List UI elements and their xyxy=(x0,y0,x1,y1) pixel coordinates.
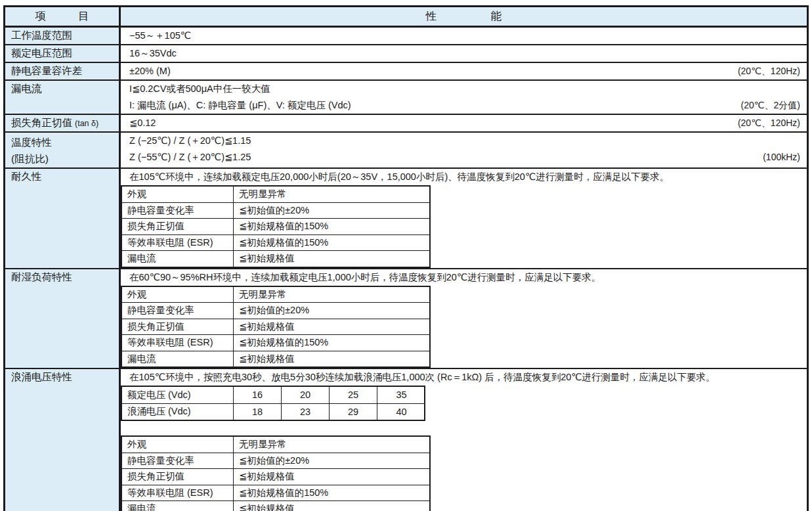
row-endurance-label: 耐久性 xyxy=(5,169,121,268)
item-label: 工作温度范围 xyxy=(11,29,72,43)
header-item-label: 项 目 xyxy=(35,9,89,24)
criteria-row: 等效串联电阻 (ESR) ≦初始规格值的150% xyxy=(122,234,429,251)
criteria-row: 损失角正切值 ≦初始规格值 xyxy=(122,468,429,485)
criteria-value: 无明显异常 xyxy=(234,287,429,303)
criteria-name: 静电容量变化率 xyxy=(122,303,234,319)
criteria-name: 等效串联电阻 (ESR) xyxy=(122,485,234,501)
row-endurance: 耐久性 在105℃环境中，连续加载额定电压20,000小时后(20～35V，15… xyxy=(5,167,807,268)
surge-voltage-row: 浪涌电压 (Vdc) 18 23 29 40 xyxy=(122,403,424,420)
criteria-name: 静电容量变化率 xyxy=(122,453,234,469)
perf-value: Z (−25℃) / Z (＋20℃)≦1.15 xyxy=(129,133,251,149)
row-leakage-current: 漏电流 I≦0.2CV或者500μA中任一较大值 I: 漏电流 (μA)、C: … xyxy=(5,79,807,114)
voltage-cell: 35 xyxy=(377,387,425,403)
voltage-cell: 16 xyxy=(234,387,282,403)
voltage-cell: 23 xyxy=(282,404,330,420)
perf-value: I≦0.2CV或者500μA中任一较大值 xyxy=(129,81,270,97)
row-surge-voltage-label: 浪涌电压特性 xyxy=(5,369,121,511)
perf-line-2: Z (−55℃) / Z (＋20℃)≦1.25 (100kHz) xyxy=(121,149,807,166)
criteria-row: 漏电流 ≦初始规格值 xyxy=(122,250,429,267)
criteria-row: 外观 无明显异常 xyxy=(122,287,429,303)
row-capacitance-tolerance-value-cell: ±20% (M) (20℃、120Hz) xyxy=(121,63,807,79)
voltage-row-name: 额定电压 (Vdc) xyxy=(122,387,234,403)
endurance-intro: 在105℃环境中，连续加载额定电压20,000小时后(20～35V，15,000… xyxy=(121,169,807,185)
item-label: 漏电流 xyxy=(11,83,42,94)
measure-condition: (20℃、120Hz) xyxy=(738,115,800,131)
row-rated-voltage-label: 额定电压范围 xyxy=(5,45,121,62)
voltage-row-name: 浪涌电压 (Vdc) xyxy=(122,404,234,420)
row-endurance-content: 在105℃环境中，连续加载额定电压20,000小时后(20～35V，15,000… xyxy=(121,169,807,268)
item-label-line2: (阻抗比) xyxy=(11,150,115,167)
criteria-row: 静电容量变化率 ≦初始值的±20% xyxy=(122,453,429,469)
criteria-name: 等效串联电阻 (ESR) xyxy=(122,235,234,251)
row-temp-characteristics-value-cell: Z (−25℃) / Z (＋20℃)≦1.15 Z (−55℃) / Z (＋… xyxy=(121,133,807,167)
measure-condition: (100kHz) xyxy=(763,149,800,166)
row-capacitance-tolerance: 静电容量容许差 ±20% (M) (20℃、120Hz) xyxy=(5,62,807,79)
item-label: 静电容量容许差 xyxy=(11,64,83,78)
criteria-value: ≦初始规格值 xyxy=(234,351,429,367)
spec-table: 项 目 性 能 工作温度范围 −55～＋105℃ 额定电压范围 16～35Vdc xyxy=(3,5,809,511)
voltage-cell: 18 xyxy=(234,404,282,420)
row-leakage-current-value-cell: I≦0.2CV或者500μA中任一较大值 I: 漏电流 (μA)、C: 静电容量… xyxy=(121,81,807,114)
item-label: 浪涌电压特性 xyxy=(11,371,72,382)
perf-line-2: I: 漏电流 (μA)、C: 静电容量 (μF)、V: 额定电压 (Vdc) (… xyxy=(121,97,807,114)
item-label: 额定电压范围 xyxy=(11,47,72,60)
perf-line-1: I≦0.2CV或者500μA中任一较大值 xyxy=(121,81,807,97)
surge-criteria-table: 外观 无明显异常 静电容量变化率 ≦初始值的±20% 损失角正切值 ≦初始规格值… xyxy=(121,435,431,511)
criteria-name: 等效串联电阻 (ESR) xyxy=(122,335,234,351)
item-label: 损失角正切值 xyxy=(11,116,72,130)
criteria-row: 漏电流 ≦初始规格值 xyxy=(122,351,429,367)
criteria-name: 损失角正切值 xyxy=(122,219,234,234)
row-tan-delta: 损失角正切值 (tan δ) ≦0.12 (20℃、120Hz) xyxy=(5,114,807,131)
surge-voltage-table: 额定电压 (Vdc) 16 20 25 35 浪涌电压 (Vdc) 18 23 … xyxy=(121,386,425,421)
criteria-row: 静电容量变化率 ≦初始值的±20% xyxy=(122,302,429,319)
row-surge-voltage: 浪涌电压特性 在105℃环境中，按照充电30秒、放电5分30秒连续加载浪涌电压1… xyxy=(5,368,807,511)
surge-intro: 在105℃环境中，按照充电30秒、放电5分30秒连续加载浪涌电压1,000次 (… xyxy=(121,369,807,386)
voltage-cell: 25 xyxy=(330,387,377,403)
criteria-value: ≦初始规格值 xyxy=(234,319,429,335)
criteria-value: ≦初始规格值 xyxy=(234,501,429,511)
header-item-cell: 项 目 xyxy=(5,7,121,26)
criteria-row: 等效串联电阻 (ESR) ≦初始规格值的150% xyxy=(122,334,429,351)
header-performance-cell: 性 能 xyxy=(121,7,807,26)
endurance-criteria-table: 外观 无明显异常 静电容量变化率 ≦初始值的±20% 损失角正切值 ≦初始规格值… xyxy=(121,185,431,268)
measure-condition: (20℃、2分值) xyxy=(741,97,800,114)
perf-value: ±20% (M) xyxy=(129,63,171,79)
criteria-name: 漏电流 xyxy=(122,351,234,367)
perf-value: 16～35Vdc xyxy=(129,45,177,62)
voltage-cell: 29 xyxy=(330,404,377,420)
criteria-row: 漏电流 ≦初始规格值 xyxy=(122,500,429,511)
row-leakage-current-label: 漏电流 xyxy=(5,81,121,114)
perf-line: ≦0.12 (20℃、120Hz) xyxy=(121,115,807,131)
criteria-value: ≦初始规格值的150% xyxy=(234,335,429,351)
criteria-value: ≦初始规格值 xyxy=(234,251,429,267)
criteria-value: ≦初始值的±20% xyxy=(234,203,429,219)
row-surge-voltage-content: 在105℃环境中，按照充电30秒、放电5分30秒连续加载浪涌电压1,000次 (… xyxy=(121,369,807,511)
criteria-name: 漏电流 xyxy=(122,251,234,267)
criteria-name: 静电容量变化率 xyxy=(122,203,234,219)
criteria-row: 外观 无明显异常 xyxy=(122,187,429,202)
measure-condition: (20℃、120Hz) xyxy=(738,63,800,79)
criteria-row: 损失角正切值 ≦初始规格值的150% xyxy=(122,218,429,234)
item-label-suffix: (tan δ) xyxy=(75,119,98,128)
perf-line: 16～35Vdc xyxy=(121,45,807,62)
voltage-cell: 40 xyxy=(377,404,425,420)
row-tan-delta-label: 损失角正切值 (tan δ) xyxy=(5,115,121,131)
criteria-name: 外观 xyxy=(122,187,234,202)
rated-voltage-row: 额定电压 (Vdc) 16 20 25 35 xyxy=(122,387,424,403)
row-rated-voltage-value-cell: 16～35Vdc xyxy=(121,45,807,62)
row-operating-temp: 工作温度范围 −55～＋105℃ xyxy=(5,26,807,44)
perf-value: I: 漏电流 (μA)、C: 静电容量 (μF)、V: 额定电压 (Vdc) xyxy=(129,97,351,114)
row-rated-voltage: 额定电压范围 16～35Vdc xyxy=(5,44,807,62)
criteria-value: ≦初始规格值的150% xyxy=(234,485,429,501)
header-performance-label: 性 能 xyxy=(426,9,502,24)
item-label: 耐湿负荷特性 xyxy=(11,271,72,282)
criteria-name: 外观 xyxy=(122,287,234,303)
perf-line: ±20% (M) (20℃、120Hz) xyxy=(121,63,807,79)
criteria-value: ≦初始规格值的150% xyxy=(234,219,429,234)
row-capacitance-tolerance-label: 静电容量容许差 xyxy=(5,63,121,79)
perf-value: ≦0.12 xyxy=(129,115,156,131)
row-operating-temp-label: 工作温度范围 xyxy=(5,28,121,44)
criteria-name: 外观 xyxy=(122,437,234,453)
criteria-row: 等效串联电阻 (ESR) ≦初始规格值的150% xyxy=(122,485,429,501)
perf-line-1: Z (−25℃) / Z (＋20℃)≦1.15 xyxy=(121,133,807,149)
